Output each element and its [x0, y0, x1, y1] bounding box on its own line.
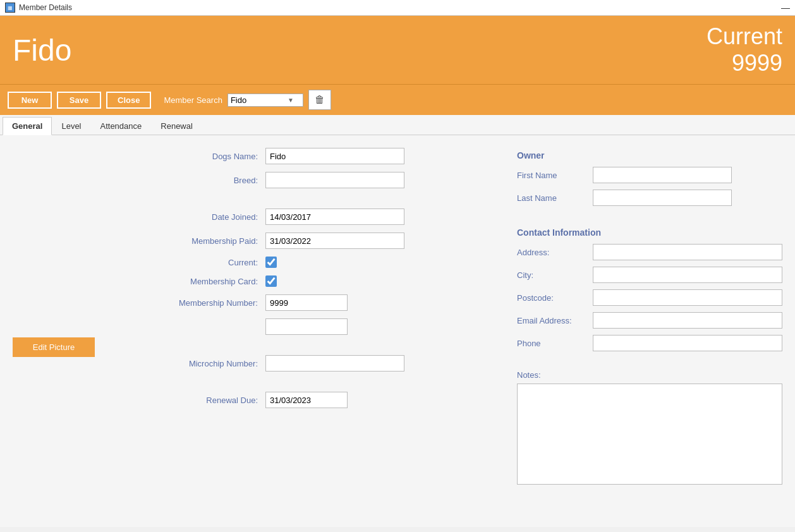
phone-row: Phone [517, 335, 782, 351]
dogs-name-row: Dogs Name: [164, 148, 492, 164]
save-button[interactable]: Save [57, 92, 101, 109]
microchip-row: Microchip Number: [164, 355, 492, 372]
first-name-input[interactable] [593, 167, 732, 183]
dogs-name-label: Dogs Name: [164, 152, 265, 161]
phone-label: Phone [517, 339, 593, 348]
toolbar: New Save Close Member Search ▼ 🗑 [0, 84, 795, 115]
tab-general[interactable]: General [3, 117, 52, 135]
breed-label: Breed: [164, 176, 265, 185]
email-label: Email Address: [517, 316, 593, 325]
tab-level[interactable]: Level [52, 117, 90, 135]
microchip-input[interactable] [265, 355, 404, 372]
tab-bar: General Level Attendance Renewal [0, 115, 795, 135]
owner-section-title: Owner [517, 150, 782, 160]
postcode-input[interactable] [593, 289, 782, 306]
current-row: Current: [164, 257, 492, 268]
membership-card-row: Membership Card: [164, 275, 492, 287]
tab-renewal[interactable]: Renewal [151, 117, 202, 135]
membership-number-label: Membership Number: [164, 298, 265, 308]
renewal-due-row: Renewal Due: [164, 392, 492, 408]
current-label: Current: [164, 258, 265, 267]
header-right: Current 9999 [707, 23, 782, 76]
member-search-dropdown-icon[interactable]: ▼ [288, 97, 294, 104]
email-row: Email Address: [517, 312, 782, 329]
renewal-due-label: Renewal Due: [164, 396, 265, 405]
current-checkbox[interactable] [265, 257, 277, 268]
title-bar: ▦ Member Details — [0, 0, 795, 16]
notes-textarea[interactable] [517, 384, 782, 485]
city-label: City: [517, 270, 593, 280]
notes-label: Notes: [517, 370, 782, 380]
extra-field-input[interactable] [265, 318, 348, 335]
window-title: Member Details [19, 3, 72, 12]
delete-button[interactable]: 🗑 [308, 90, 331, 110]
member-search-input[interactable] [231, 95, 288, 105]
date-joined-label: Date Joined: [164, 212, 265, 222]
membership-paid-label: Membership Paid: [164, 236, 265, 246]
last-name-input[interactable] [593, 190, 732, 206]
city-row: City: [517, 267, 782, 283]
close-button[interactable]: Close [106, 92, 151, 109]
email-input[interactable] [593, 312, 782, 329]
contact-section-title: Contact Information [517, 227, 782, 238]
breed-input[interactable] [265, 172, 404, 188]
last-name-label: Last Name [517, 193, 593, 203]
renewal-due-input[interactable] [265, 392, 348, 408]
main-content: Edit Picture Dogs Name: Breed: Date Join… [0, 135, 795, 527]
membership-number-row: Membership Number: [164, 294, 492, 311]
header: Fido Current 9999 [0, 16, 795, 84]
membership-card-checkbox[interactable] [265, 275, 277, 287]
membership-paid-row: Membership Paid: [164, 233, 492, 249]
postcode-label: Postcode: [517, 293, 593, 303]
date-joined-input[interactable] [265, 209, 404, 225]
member-search-label: Member Search [164, 95, 222, 105]
center-panel: Dogs Name: Breed: Date Joined: Membershi… [164, 148, 492, 514]
city-input[interactable] [593, 267, 782, 283]
right-panel: Owner First Name Last Name Contact Infor… [517, 148, 782, 514]
app-icon: ▦ [5, 3, 15, 13]
new-button[interactable]: New [8, 92, 52, 109]
first-name-label: First Name [517, 171, 593, 180]
edit-picture-button[interactable]: Edit Picture [13, 337, 95, 357]
last-name-row: Last Name [517, 190, 782, 206]
minimize-button[interactable]: — [781, 3, 790, 13]
phone-input[interactable] [593, 335, 782, 351]
membership-number-input[interactable] [265, 294, 348, 311]
breed-row: Breed: [164, 172, 492, 188]
address-label: Address: [517, 248, 593, 257]
membership-card-label: Membership Card: [164, 277, 265, 286]
dogs-name-input[interactable] [265, 148, 404, 164]
tab-attendance[interactable]: Attendance [91, 117, 152, 135]
extra-field-row [164, 318, 492, 335]
member-search-combo[interactable]: ▼ [228, 94, 303, 107]
membership-paid-input[interactable] [265, 233, 404, 249]
member-number: 9999 [707, 50, 782, 76]
member-status: Current [707, 23, 782, 50]
microchip-label: Microchip Number: [164, 359, 265, 368]
date-joined-row: Date Joined: [164, 209, 492, 225]
postcode-row: Postcode: [517, 289, 782, 306]
address-input[interactable] [593, 244, 782, 260]
first-name-row: First Name [517, 167, 782, 183]
left-panel: Edit Picture [13, 148, 139, 514]
address-row: Address: [517, 244, 782, 260]
member-name: Fido [13, 33, 71, 68]
